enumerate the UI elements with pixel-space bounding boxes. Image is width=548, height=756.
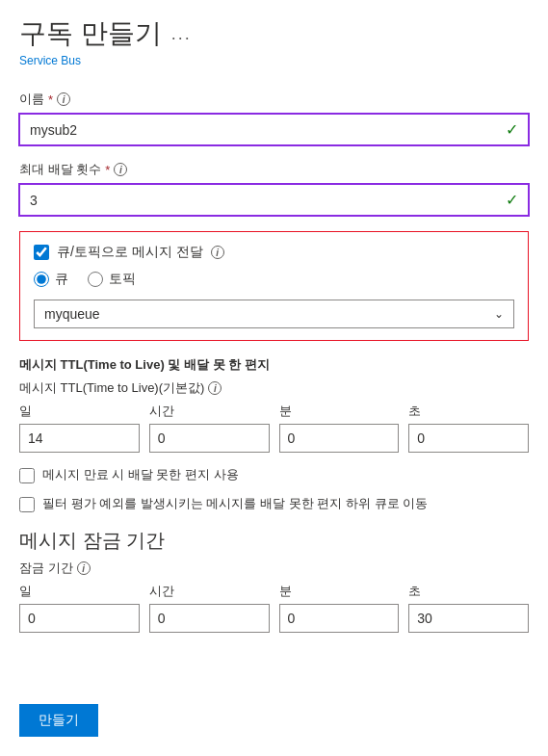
ttl-sec-label: 초 bbox=[408, 403, 529, 420]
ttl-hour-field: 시간 bbox=[149, 403, 270, 453]
lock-hour-field: 시간 bbox=[149, 583, 270, 633]
ttl-min-label: 분 bbox=[279, 403, 400, 420]
queue-dropdown[interactable]: myqueue bbox=[35, 300, 484, 327]
max-delivery-section: 최대 배달 횟수 * i 3 ✓ bbox=[19, 161, 529, 216]
ttl-section: 메시지 TTL(Time to Live) 및 배달 못 한 편지 메시지 TT… bbox=[19, 356, 529, 512]
lock-sec-field: 초 bbox=[408, 583, 529, 633]
deadletter-filter-row: 필터 평가 예외를 발생시키는 메시지를 배달 못한 편지 하위 큐로 이동 bbox=[19, 495, 529, 512]
title-text: 구독 만들기 bbox=[19, 15, 162, 52]
deadletter-expiry-label: 메시지 만료 시 배달 못한 편지 사용 bbox=[42, 466, 239, 483]
lock-min-field: 분 bbox=[279, 583, 400, 633]
radio-topic[interactable] bbox=[88, 272, 103, 287]
lock-sec-label: 초 bbox=[408, 583, 529, 600]
lock-hour-label: 시간 bbox=[149, 583, 270, 600]
radio-topic-label: 토픽 bbox=[109, 271, 136, 288]
max-delivery-required: * bbox=[105, 163, 110, 177]
forward-info-icon[interactable]: i bbox=[211, 246, 224, 259]
create-button[interactable]: 만들기 bbox=[19, 704, 98, 737]
deadletter-expiry-row: 메시지 만료 시 배달 못한 편지 사용 bbox=[19, 466, 529, 483]
ttl-min-input[interactable] bbox=[279, 424, 400, 453]
max-delivery-select[interactable]: 3 bbox=[20, 187, 496, 214]
ttl-min-field: 분 bbox=[279, 403, 400, 453]
ttl-hour-input[interactable] bbox=[149, 424, 270, 453]
lock-label: 잠금 기간 i bbox=[19, 560, 529, 577]
forward-section: 큐/토픽으로 메시지 전달 i 큐 토픽 myqueue ⌄ bbox=[19, 231, 529, 341]
max-delivery-wrapper: 3 ✓ bbox=[19, 184, 529, 216]
forward-radio-row: 큐 토픽 bbox=[34, 271, 514, 288]
queue-dropdown-wrapper: myqueue ⌄ bbox=[34, 300, 514, 328]
name-input[interactable] bbox=[20, 117, 496, 143]
lock-hour-input[interactable] bbox=[149, 604, 270, 633]
ttl-default-label: 메시지 TTL(Time to Live)(기본값) i bbox=[19, 379, 529, 397]
deadletter-expiry-checkbox[interactable] bbox=[19, 468, 35, 483]
forward-checkbox-row: 큐/토픽으로 메시지 전달 i bbox=[34, 244, 514, 261]
radio-queue[interactable] bbox=[34, 272, 49, 287]
name-section: 이름 * i ✓ bbox=[19, 91, 529, 145]
name-required: * bbox=[48, 92, 53, 107]
deadletter-filter-checkbox[interactable] bbox=[19, 497, 35, 512]
ellipsis-icon: ... bbox=[171, 24, 192, 44]
lock-day-field: 일 bbox=[19, 583, 140, 633]
ttl-day-input[interactable] bbox=[19, 424, 140, 453]
lock-time-fields: 일 시간 분 초 bbox=[19, 583, 529, 633]
ttl-day-label: 일 bbox=[19, 403, 140, 420]
ttl-hour-label: 시간 bbox=[149, 403, 270, 420]
lock-section-title: 메시지 잠금 기간 bbox=[19, 528, 529, 554]
name-label: 이름 * i bbox=[19, 91, 529, 108]
max-delivery-check-icon: ✓ bbox=[496, 185, 528, 215]
ttl-time-fields: 일 시간 분 초 bbox=[19, 403, 529, 453]
deadletter-filter-label: 필터 평가 예외를 발생시키는 메시지를 배달 못한 편지 하위 큐로 이동 bbox=[42, 495, 428, 512]
ttl-sec-input[interactable] bbox=[408, 424, 529, 453]
radio-queue-label: 큐 bbox=[55, 271, 68, 288]
name-check-icon: ✓ bbox=[496, 115, 528, 144]
lock-day-label: 일 bbox=[19, 583, 140, 600]
lock-sec-input[interactable] bbox=[408, 604, 529, 633]
name-info-icon[interactable]: i bbox=[57, 92, 70, 106]
ttl-section-title: 메시지 TTL(Time to Live) 및 배달 못 한 편지 bbox=[19, 356, 529, 374]
ttl-info-icon[interactable]: i bbox=[208, 381, 222, 395]
lock-day-input[interactable] bbox=[19, 604, 140, 633]
queue-dropdown-arrow: ⌄ bbox=[484, 301, 513, 326]
ttl-sec-field: 초 bbox=[408, 403, 529, 453]
page-title: 구독 만들기 ... bbox=[19, 15, 529, 52]
name-input-wrapper: ✓ bbox=[19, 114, 529, 145]
max-delivery-info-icon[interactable]: i bbox=[114, 163, 127, 176]
lock-min-input[interactable] bbox=[279, 604, 400, 633]
lock-min-label: 분 bbox=[279, 583, 400, 600]
ttl-day-field: 일 bbox=[19, 403, 140, 453]
max-delivery-label: 최대 배달 횟수 * i bbox=[19, 161, 529, 178]
lock-info-icon[interactable]: i bbox=[77, 561, 91, 575]
breadcrumb[interactable]: Service Bus bbox=[19, 54, 529, 67]
radio-queue-item: 큐 bbox=[34, 271, 68, 288]
forward-checkbox-label: 큐/토픽으로 메시지 전달 bbox=[57, 244, 203, 261]
radio-topic-item: 토픽 bbox=[88, 271, 136, 288]
forward-checkbox[interactable] bbox=[34, 245, 49, 260]
lock-section: 메시지 잠금 기간 잠금 기간 i 일 시간 분 초 bbox=[19, 528, 529, 633]
